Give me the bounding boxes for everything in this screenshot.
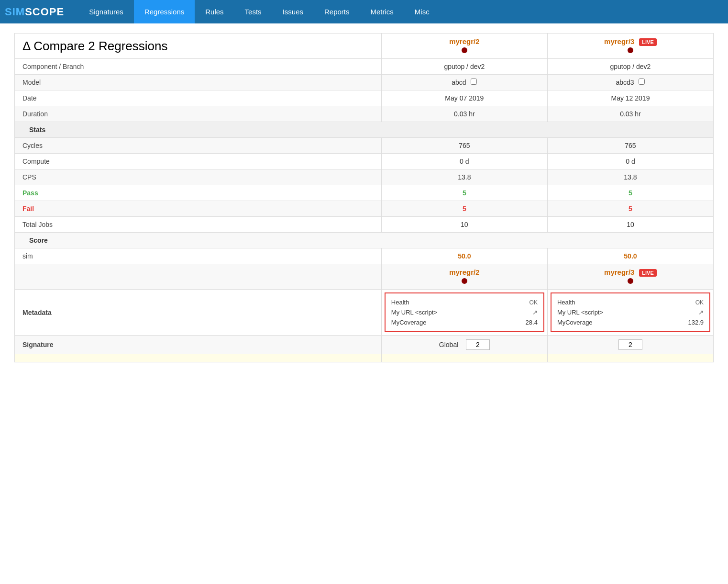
col1-repeat-link[interactable]: myregr/2 [449, 268, 479, 276]
nav-items: Signatures Regressions Rules Tests Issue… [78, 0, 440, 23]
nav-misc[interactable]: Misc [404, 0, 440, 23]
col2-metadata-box: Health OK My URL <script> ↗ MyCoverage 1… [551, 292, 710, 332]
nav-signatures[interactable]: Signatures [78, 0, 134, 23]
col1-component: gputop / dev2 [381, 59, 547, 75]
pass-label: Pass [15, 185, 382, 201]
col2-url-row: My URL <script> ↗ [557, 307, 704, 317]
col2-repeat-link[interactable]: myregr/3 [604, 268, 634, 276]
nav-reports[interactable]: Reports [314, 0, 360, 23]
col1-repeat-header: myregr/2 [381, 264, 547, 290]
col1-repeat-dot [462, 278, 467, 284]
col2-total-jobs: 10 [547, 217, 713, 233]
compute-row: Compute 0 d 0 d [15, 154, 714, 169]
model-row: Model abcd abcd3 [15, 75, 714, 90]
col2-pass: 5 [547, 185, 713, 201]
col2-cycles: 765 [547, 138, 713, 154]
col1-health-key: Health [391, 299, 409, 306]
col2-repeat-header: myregr/3 LIVE [547, 264, 713, 290]
nav-rules[interactable]: Rules [195, 0, 234, 23]
cycles-label: Cycles [15, 138, 382, 154]
signature-label: Signature [15, 336, 382, 354]
nav-regressions[interactable]: Regressions [134, 0, 195, 23]
nav-tests[interactable]: Tests [234, 0, 272, 23]
col2-signature-input[interactable] [618, 339, 642, 350]
col2-url-key: My URL <script> [557, 309, 603, 316]
col1-metadata-cell: Health OK My URL <script> ↗ MyCoverage 2… [381, 290, 547, 336]
col2-sim: 50.0 [547, 248, 713, 264]
pass-row: Pass 5 5 [15, 185, 714, 201]
date-label: Date [15, 90, 382, 106]
col1-pass: 5 [381, 185, 547, 201]
compare-table: Δ Compare 2 Regressions myregr/2 myregr/… [14, 33, 714, 362]
col2-health-key: Health [557, 299, 575, 306]
signature-row: Signature Global [15, 336, 714, 354]
component-label: Component / Branch [15, 59, 382, 75]
live-badge-repeat: LIVE [639, 269, 656, 277]
compute-label: Compute [15, 154, 382, 169]
metadata-row: Metadata Health OK My URL <script> ↗ [15, 290, 714, 336]
col2-repeat-dot [628, 278, 633, 284]
col1-metadata-box: Health OK My URL <script> ↗ MyCoverage 2… [385, 292, 544, 332]
col1-cps: 13.8 [381, 169, 547, 185]
col1-health-val: OK [529, 299, 538, 306]
total-jobs-row: Total Jobs 10 10 [15, 217, 714, 233]
col1-fail: 5 [381, 201, 547, 217]
col1-compute: 0 d [381, 154, 547, 169]
navbar: SIMSCOPE Signatures Regressions Rules Te… [0, 0, 728, 23]
sim-row: sim 50.0 50.0 [15, 248, 714, 264]
date-row: Date May 07 2019 May 12 2019 [15, 90, 714, 106]
col1-model-checkbox[interactable] [471, 79, 477, 85]
col1-cycles: 765 [381, 138, 547, 154]
fail-label: Fail [15, 201, 382, 217]
score-label: Score [15, 233, 714, 248]
yellow-row-col1 [15, 354, 382, 362]
total-jobs-label: Total Jobs [15, 217, 382, 233]
col2-coverage-row: MyCoverage 132.9 [557, 317, 704, 327]
col1-url-row: My URL <script> ↗ [391, 307, 538, 317]
col2-model-checkbox[interactable] [639, 79, 645, 85]
cps-row: CPS 13.8 13.8 [15, 169, 714, 185]
col2-duration: 0.03 hr [547, 106, 713, 122]
col2-signature-cell [547, 336, 713, 354]
score-section-header: Score [15, 233, 714, 248]
col2-status-dot [628, 47, 633, 53]
col2-coverage-val: 132.9 [688, 319, 704, 326]
logo: SIMSCOPE [5, 6, 64, 18]
col2-regression-link[interactable]: myregr/3 [604, 37, 634, 45]
col1-regression-link[interactable]: myregr/2 [449, 37, 479, 45]
col1-coverage-row: MyCoverage 28.4 [391, 317, 538, 327]
col1-coverage-key: MyCoverage [391, 319, 427, 326]
component-row: Component / Branch gputop / dev2 gputop … [15, 59, 714, 75]
col2-health-row: Health OK [557, 297, 704, 307]
col2-fail: 5 [547, 201, 713, 217]
col2-model: abcd3 [547, 75, 713, 90]
nav-issues[interactable]: Issues [272, 0, 314, 23]
col1-url-link[interactable]: ↗ [532, 309, 538, 316]
yellow-row-col2 [381, 354, 547, 362]
col1-coverage-val: 28.4 [526, 319, 538, 326]
col1-sim: 50.0 [381, 248, 547, 264]
metadata-label: Metadata [15, 290, 382, 336]
col2-health-val: OK [695, 299, 704, 306]
col2-date: May 12 2019 [547, 90, 713, 106]
nav-metrics[interactable]: Metrics [360, 0, 404, 23]
cps-label: CPS [15, 169, 382, 185]
yellow-row-col3 [547, 354, 713, 362]
col1-status-dot [462, 47, 467, 53]
col2-url-link[interactable]: ↗ [698, 309, 704, 316]
page-title: Δ Compare 2 Regressions [15, 34, 382, 59]
col1-date: May 07 2019 [381, 90, 547, 106]
duration-label: Duration [15, 106, 382, 122]
col2-coverage-key: MyCoverage [557, 319, 593, 326]
stats-section-header: Stats [15, 122, 714, 138]
col1-duration: 0.03 hr [381, 106, 547, 122]
col1-header: myregr/2 [381, 34, 547, 59]
col2-header: myregr/3 LIVE [547, 34, 713, 59]
yellow-row [15, 354, 714, 362]
stats-label: Stats [15, 122, 714, 138]
global-label-col1: Global [439, 341, 458, 348]
col2-compute: 0 d [547, 154, 713, 169]
col1-signature-input[interactable] [466, 339, 490, 350]
col1-health-row: Health OK [391, 297, 538, 307]
col1-signature-cell: Global [381, 336, 547, 354]
